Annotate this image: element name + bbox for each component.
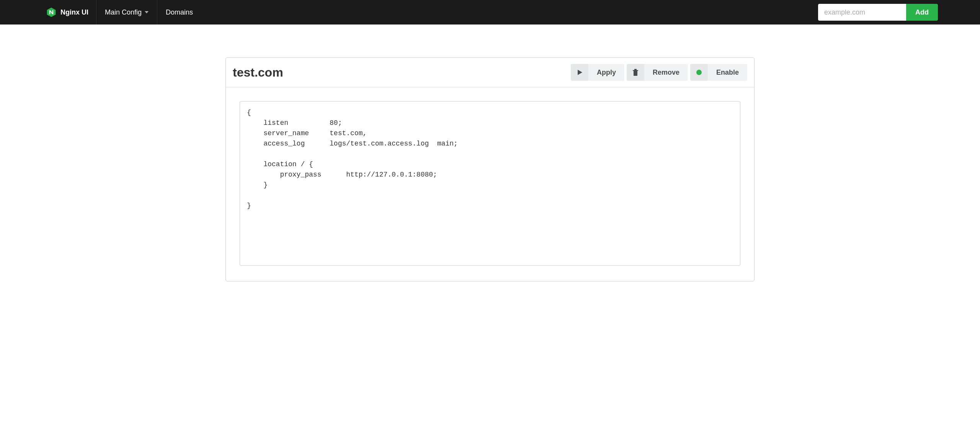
- nav-main-config-label: Main Config: [105, 8, 142, 16]
- remove-button[interactable]: Remove: [644, 64, 688, 81]
- nginx-logo-icon: [46, 7, 57, 18]
- add-domain-button[interactable]: Add: [906, 4, 938, 21]
- nav-main-config[interactable]: Main Config: [96, 0, 157, 25]
- nav-domains-label: Domains: [166, 8, 193, 16]
- svg-rect-3: [634, 69, 637, 70]
- brand[interactable]: Nginx UI: [8, 0, 96, 25]
- add-domain-form: Add: [818, 4, 938, 21]
- chevron-down-icon: [145, 11, 149, 13]
- page-title: test.com: [233, 65, 283, 80]
- remove-group: Remove: [627, 64, 688, 81]
- config-editor[interactable]: [240, 101, 740, 266]
- svg-rect-2: [633, 70, 638, 71]
- svg-marker-1: [578, 70, 582, 75]
- add-domain-input[interactable]: [818, 4, 906, 21]
- apply-button[interactable]: Apply: [588, 64, 624, 81]
- trash-icon[interactable]: [627, 64, 644, 81]
- panel-header: test.com Apply Remove: [226, 58, 754, 87]
- navbar: Nginx UI Main Config Domains Add: [0, 0, 980, 25]
- enable-button[interactable]: Enable: [708, 64, 747, 81]
- nav-domains[interactable]: Domains: [157, 0, 201, 25]
- status-dot: [696, 70, 702, 75]
- enable-group: Enable: [690, 64, 747, 81]
- main-panel: test.com Apply Remove: [225, 57, 755, 281]
- toolbar: Apply Remove Enable: [571, 64, 747, 81]
- panel-body: [226, 87, 754, 281]
- play-icon[interactable]: [571, 64, 588, 81]
- brand-title: Nginx UI: [60, 8, 88, 16]
- status-indicator-icon[interactable]: [690, 64, 708, 81]
- apply-group: Apply: [571, 64, 624, 81]
